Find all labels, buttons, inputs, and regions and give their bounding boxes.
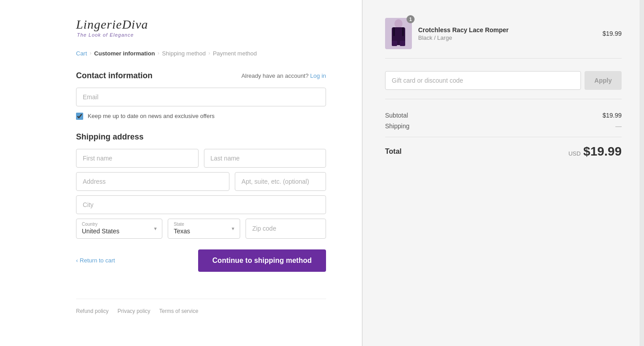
footer-refund-link[interactable]: Refund policy	[76, 308, 109, 314]
total-amount: $19.99	[583, 144, 622, 159]
product-price: $19.99	[602, 30, 622, 37]
chevron-left-icon: ‹	[76, 257, 78, 264]
subtotal-label: Subtotal	[385, 112, 408, 119]
continue-button[interactable]: Continue to shipping method	[198, 249, 326, 272]
total-label: Total	[385, 148, 402, 156]
city-field-wrapper	[76, 195, 326, 214]
last-name-input[interactable]	[204, 149, 326, 168]
zip-input[interactable]	[246, 219, 326, 239]
newsletter-row: Keep me up to date on news and exclusive…	[76, 113, 326, 120]
login-link[interactable]: Log in	[310, 72, 326, 79]
product-name: Crotchless Racy Lace Romper	[418, 26, 508, 35]
shipping-value: —	[615, 122, 622, 130]
apt-input[interactable]	[235, 172, 326, 191]
newsletter-checkbox[interactable]	[76, 113, 83, 120]
breadcrumb: Cart › Customer information › Shipping m…	[76, 50, 326, 57]
svg-rect-4	[392, 41, 397, 46]
country-state-row: Country United States Canada United King…	[76, 219, 326, 239]
product-row: 1 Crotchless Racy Lace Romper Black / La…	[385, 18, 622, 59]
subtotal-value: $19.99	[602, 112, 622, 119]
country-select[interactable]: United States Canada United Kingdom	[76, 227, 162, 238]
email-field-wrapper	[76, 88, 326, 106]
subtotal-row: Subtotal $19.99	[385, 112, 622, 119]
logo-sub: The Look of Elegance	[76, 32, 326, 38]
state-select[interactable]: Texas California New York Florida	[168, 227, 240, 238]
first-name-input[interactable]	[76, 149, 199, 168]
breadcrumb-sep-1: ›	[90, 50, 92, 56]
svg-rect-5	[400, 41, 405, 46]
country-label: Country	[76, 219, 162, 227]
contact-title: Contact information	[76, 71, 153, 80]
address-row	[76, 172, 326, 191]
return-to-cart-link[interactable]: ‹ Return to cart	[76, 257, 115, 264]
svg-point-0	[394, 19, 402, 28]
total-currency: USD	[568, 150, 580, 157]
state-label: State	[168, 219, 240, 227]
shipping-title: Shipping address	[76, 132, 326, 142]
total-row: Total USD $19.99	[385, 137, 622, 159]
totals-section: Subtotal $19.99 Shipping — Total USD $19…	[385, 112, 622, 159]
product-image-svg	[387, 19, 410, 48]
breadcrumb-step2: Shipping method	[162, 50, 206, 57]
discount-row: Apply	[385, 71, 622, 99]
email-input[interactable]	[76, 88, 326, 106]
product-quantity-badge: 1	[407, 15, 415, 23]
left-panel: LingerieDiva The Look of Elegance Cart ›…	[0, 0, 362, 346]
address-input[interactable]	[76, 172, 229, 191]
breadcrumb-current: Customer information	[94, 50, 155, 57]
country-container: Country United States Canada United King…	[76, 219, 162, 239]
total-value: USD $19.99	[568, 144, 622, 159]
name-row	[76, 149, 326, 168]
footer-privacy-link[interactable]: Privacy policy	[118, 308, 150, 314]
logo-text-diva: Diva	[122, 17, 148, 31]
breadcrumb-sep-3: ›	[208, 50, 210, 56]
apply-button[interactable]: Apply	[585, 71, 622, 90]
state-container: State Texas California New York Florida …	[168, 219, 240, 239]
city-input[interactable]	[76, 195, 326, 214]
footer-links: Refund policy Privacy policy Terms of se…	[76, 299, 326, 314]
shipping-row: Shipping —	[385, 122, 622, 130]
newsletter-label: Keep me up to date on news and exclusive…	[88, 113, 215, 119]
product-image	[385, 18, 412, 49]
discount-input[interactable]	[385, 71, 581, 90]
svg-rect-2	[393, 27, 395, 36]
breadcrumb-sep-2: ›	[157, 50, 159, 56]
actions-row: ‹ Return to cart Continue to shipping me…	[76, 249, 326, 272]
product-image-wrapper: 1	[385, 18, 412, 49]
contact-section-header: Contact information Already have an acco…	[76, 71, 326, 80]
product-variant: Black / Large	[418, 34, 508, 41]
product-left: 1 Crotchless Racy Lace Romper Black / La…	[385, 18, 508, 49]
footer-terms-link[interactable]: Terms of service	[159, 308, 198, 314]
breadcrumb-cart[interactable]: Cart	[76, 50, 87, 57]
login-prompt: Already have an account? Log in	[242, 72, 326, 79]
product-info: Crotchless Racy Lace Romper Black / Larg…	[418, 26, 508, 42]
breadcrumb-step3: Payment method	[213, 50, 257, 57]
svg-rect-3	[402, 27, 404, 36]
right-panel: 1 Crotchless Racy Lace Romper Black / La…	[362, 0, 644, 346]
logo-area: LingerieDiva The Look of Elegance	[76, 18, 326, 38]
logo-main: LingerieDiva	[76, 18, 326, 32]
logo-text-lingerie: Lingerie	[76, 17, 122, 31]
shipping-label: Shipping	[385, 122, 410, 130]
